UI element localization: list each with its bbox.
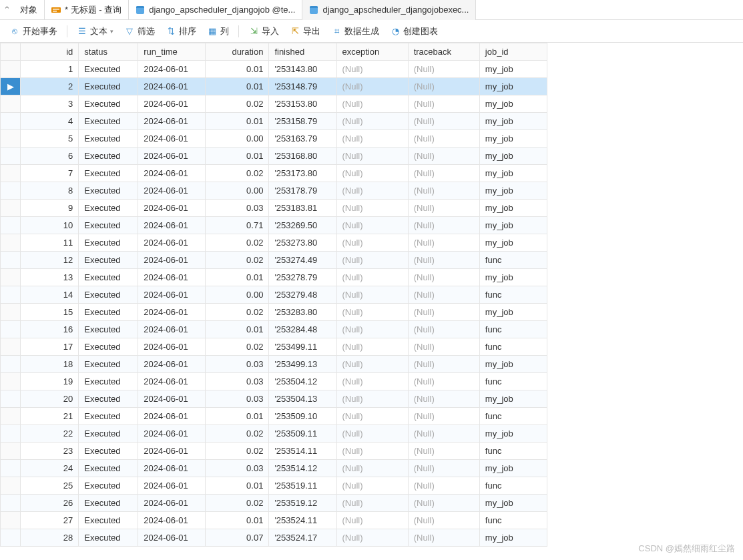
table-cell[interactable]: (Null) (336, 321, 408, 338)
table-cell[interactable]: (Null) (408, 477, 479, 495)
table-cell[interactable]: 0.03 (206, 373, 269, 390)
tab-djangojob[interactable]: django_apscheduler_djangojob @te... (129, 0, 302, 20)
row-gutter[interactable] (1, 373, 21, 390)
table-cell[interactable]: '253514.11 (269, 443, 336, 460)
table-cell[interactable]: '253504.13 (269, 390, 336, 408)
table-cell[interactable]: func (479, 373, 547, 390)
table-cell[interactable]: (Null) (336, 512, 408, 529)
table-cell[interactable]: 18 (21, 356, 79, 373)
table-cell[interactable]: my_job (479, 165, 547, 182)
tab-objects[interactable]: 对象 (13, 0, 45, 20)
table-cell[interactable]: (Null) (336, 200, 408, 217)
row-gutter[interactable] (1, 529, 21, 547)
table-cell[interactable]: '253178.79 (269, 182, 336, 200)
table-cell[interactable]: 2024-06-01 (138, 182, 206, 200)
table-cell[interactable]: (Null) (408, 460, 479, 477)
col-header-traceback[interactable]: traceback (408, 43, 479, 61)
table-cell[interactable]: 2024-06-01 (138, 269, 206, 286)
table-cell[interactable]: Executed (79, 477, 138, 495)
table-cell[interactable]: (Null) (408, 304, 479, 321)
row-gutter[interactable] (1, 61, 21, 78)
table-cell[interactable]: 0.02 (206, 252, 269, 269)
table-cell[interactable]: 2024-06-01 (138, 425, 206, 443)
table-cell[interactable]: Executed (79, 425, 138, 443)
row-gutter[interactable] (1, 148, 21, 165)
table-cell[interactable]: (Null) (336, 234, 408, 252)
table-cell[interactable]: (Null) (408, 512, 479, 529)
table-cell[interactable]: '253283.80 (269, 304, 336, 321)
table-cell[interactable]: 2024-06-01 (138, 408, 206, 425)
table-cell[interactable]: 10 (21, 217, 79, 234)
row-gutter[interactable] (1, 95, 21, 113)
row-gutter[interactable] (1, 269, 21, 286)
table-cell[interactable]: Executed (79, 78, 138, 95)
import-button[interactable]: ⇲ 导入 (244, 23, 283, 39)
row-gutter[interactable] (1, 477, 21, 495)
table-row[interactable]: 18Executed2024-06-010.03'253499.13(Null)… (1, 356, 547, 373)
table-cell[interactable]: '253514.12 (269, 460, 336, 477)
table-cell[interactable]: Executed (79, 304, 138, 321)
table-cell[interactable]: (Null) (336, 95, 408, 113)
table-cell[interactable]: (Null) (336, 286, 408, 304)
table-cell[interactable]: 28 (21, 529, 79, 547)
row-gutter[interactable] (1, 304, 21, 321)
table-cell[interactable]: '253279.48 (269, 286, 336, 304)
row-gutter[interactable] (1, 113, 21, 130)
col-header-status[interactable]: status (79, 43, 138, 61)
table-cell[interactable]: 0.01 (206, 113, 269, 130)
table-cell[interactable]: (Null) (336, 269, 408, 286)
table-cell[interactable]: 2024-06-01 (138, 217, 206, 234)
table-cell[interactable]: (Null) (336, 130, 408, 148)
table-cell[interactable]: Executed (79, 373, 138, 390)
table-cell[interactable]: Executed (79, 165, 138, 182)
table-cell[interactable]: Executed (79, 460, 138, 477)
table-cell[interactable]: (Null) (408, 321, 479, 338)
table-cell[interactable]: 2024-06-01 (138, 286, 206, 304)
table-row[interactable]: 27Executed2024-06-010.01'253524.11(Null)… (1, 512, 547, 529)
row-gutter[interactable]: ▶ (1, 78, 21, 95)
row-gutter[interactable] (1, 321, 21, 338)
table-cell[interactable]: (Null) (336, 182, 408, 200)
table-cell[interactable]: my_job (479, 529, 547, 547)
table-cell[interactable]: my_job (479, 78, 547, 95)
table-row[interactable]: 13Executed2024-06-010.01'253278.79(Null)… (1, 269, 547, 286)
table-cell[interactable]: Executed (79, 321, 138, 338)
col-header-jobid[interactable]: job_id (479, 43, 547, 61)
filter-button[interactable]: ▽ 筛选 (120, 23, 159, 39)
row-gutter[interactable] (1, 425, 21, 443)
table-row[interactable]: 3Executed2024-06-010.02'253153.80(Null)(… (1, 95, 547, 113)
table-row[interactable]: 4Executed2024-06-010.01'253158.79(Null)(… (1, 113, 547, 130)
table-cell[interactable]: func (479, 408, 547, 425)
table-cell[interactable]: 20 (21, 390, 79, 408)
table-cell[interactable]: func (479, 512, 547, 529)
table-cell[interactable]: '253158.79 (269, 113, 336, 130)
table-cell[interactable]: (Null) (336, 408, 408, 425)
table-row[interactable]: 15Executed2024-06-010.02'253283.80(Null)… (1, 304, 547, 321)
row-gutter[interactable] (1, 443, 21, 460)
table-cell[interactable]: 0.03 (206, 460, 269, 477)
table-cell[interactable]: (Null) (336, 356, 408, 373)
table-cell[interactable]: 2024-06-01 (138, 460, 206, 477)
table-cell[interactable]: 0.00 (206, 130, 269, 148)
table-cell[interactable]: (Null) (408, 286, 479, 304)
table-cell[interactable]: (Null) (336, 165, 408, 182)
table-cell[interactable]: Executed (79, 286, 138, 304)
table-cell[interactable]: (Null) (408, 390, 479, 408)
table-cell[interactable]: Executed (79, 495, 138, 512)
table-row[interactable]: 16Executed2024-06-010.01'253284.48(Null)… (1, 321, 547, 338)
table-row[interactable]: 12Executed2024-06-010.02'253274.49(Null)… (1, 252, 547, 269)
table-cell[interactable]: 7 (21, 165, 79, 182)
table-cell[interactable]: '253273.80 (269, 234, 336, 252)
table-cell[interactable]: func (479, 338, 547, 356)
table-cell[interactable]: '253524.11 (269, 512, 336, 529)
table-row[interactable]: 1Executed2024-06-010.01'253143.80(Null)(… (1, 61, 547, 78)
table-row[interactable]: 17Executed2024-06-010.02'253499.11(Null)… (1, 338, 547, 356)
table-cell[interactable]: 9 (21, 200, 79, 217)
table-cell[interactable]: 0.03 (206, 200, 269, 217)
table-cell[interactable]: (Null) (408, 61, 479, 78)
table-cell[interactable]: (Null) (408, 182, 479, 200)
table-cell[interactable]: 2024-06-01 (138, 338, 206, 356)
table-cell[interactable]: Executed (79, 234, 138, 252)
row-gutter[interactable] (1, 495, 21, 512)
table-cell[interactable]: my_job (479, 148, 547, 165)
